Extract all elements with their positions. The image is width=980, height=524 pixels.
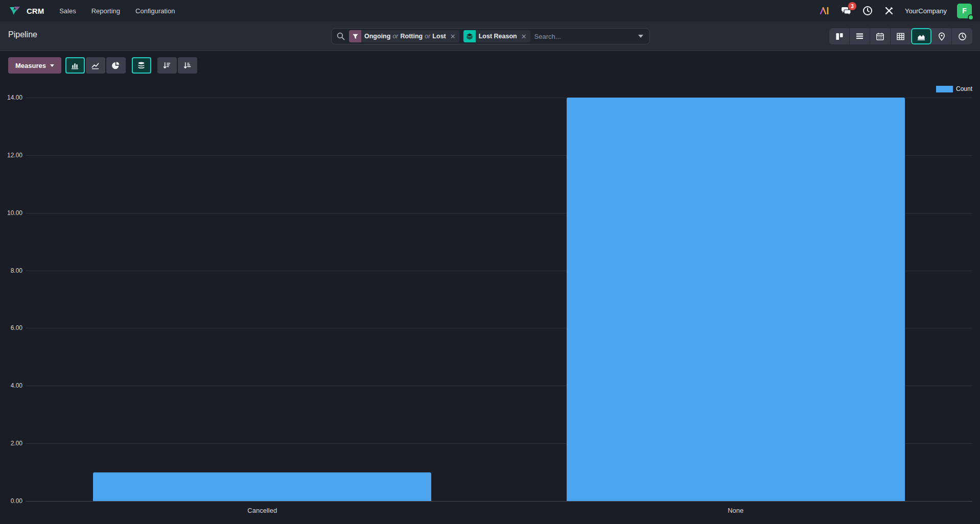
legend-swatch [936, 86, 953, 92]
view-activity-button[interactable] [952, 28, 972, 44]
y-axis-tick-label: 0.00 [0, 497, 22, 505]
view-pivot-button[interactable] [891, 28, 911, 44]
groupby-facet-label: Lost Reason [476, 33, 520, 40]
y-axis-tick-label: 8.00 [0, 267, 22, 274]
bar-cancelled[interactable] [93, 472, 431, 501]
bar-chart-icon [71, 61, 79, 70]
top-navbar: CRM Sales Reporting Configuration 3 [0, 0, 980, 21]
y-axis-tick-label: 4.00 [0, 382, 22, 389]
user-avatar[interactable]: F [957, 4, 972, 18]
y-axis-tick-label: 12.00 [0, 152, 22, 159]
sort-descending-button[interactable] [157, 57, 177, 74]
graph-toolbar: Measures [8, 57, 197, 74]
filter-facet-label: Ongoing or Rotting or Lost [361, 33, 449, 40]
search-input[interactable] [534, 33, 632, 40]
filter-facet-close-icon[interactable]: ✕ [449, 33, 459, 40]
pivot-icon [896, 32, 905, 41]
ai-assistant-icon[interactable] [819, 5, 830, 16]
menu-sales[interactable]: Sales [59, 7, 76, 15]
view-graph-button[interactable] [911, 28, 931, 44]
filter-facet: Ongoing or Rotting or Lost ✕ [349, 30, 459, 42]
filter-value-lost: Lost [432, 33, 446, 40]
activities-clock-icon[interactable] [862, 5, 873, 16]
legend-label: Count [956, 85, 972, 92]
menu-configuration[interactable]: Configuration [135, 7, 175, 15]
view-list-button[interactable] [850, 28, 870, 44]
menu-reporting[interactable]: Reporting [91, 7, 120, 15]
stacked-database-icon [137, 61, 146, 70]
graph-icon [917, 32, 926, 41]
view-map-button[interactable] [931, 28, 952, 44]
line-chart-button[interactable] [86, 57, 105, 74]
control-panel: Pipeline Ongoing or Rotting or Lost [0, 21, 980, 51]
measures-button[interactable]: Measures [8, 57, 61, 74]
x-axis-tick-label: Cancelled [206, 507, 318, 514]
filter-funnel-icon [349, 30, 361, 42]
pie-chart-button[interactable] [106, 57, 126, 74]
activity-clock-icon [958, 32, 967, 41]
x-axis-tick-label: None [680, 507, 792, 514]
groupby-layers-icon [463, 30, 476, 42]
message-count-badge: 3 [848, 2, 856, 10]
view-switcher [829, 28, 972, 44]
tools-icon[interactable] [883, 5, 895, 16]
measures-caret-icon [50, 64, 54, 67]
y-axis-tick-label: 2.00 [0, 440, 22, 447]
search-icon [337, 32, 345, 40]
groupby-value: Lost Reason [479, 33, 517, 40]
view-kanban-button[interactable] [829, 28, 850, 44]
page-title: Pipeline [8, 30, 37, 39]
avatar-initial: F [962, 7, 967, 15]
filter-value-rotting: Rotting [401, 33, 423, 40]
messages-icon[interactable]: 3 [841, 5, 852, 16]
systray: 3 YourCompany F [819, 4, 972, 18]
app-switcher[interactable]: CRM [8, 5, 44, 16]
company-name[interactable]: YourCompany [905, 7, 947, 15]
crm-app-logo-icon [8, 5, 21, 16]
y-axis-tick-label: 10.00 [0, 209, 22, 217]
stacked-toggle-button[interactable] [132, 57, 151, 74]
bar-chart: 0.002.004.006.008.0010.0012.0014.00Cance… [0, 0, 980, 524]
chart-type-group [65, 57, 126, 74]
measures-label: Measures [15, 62, 46, 69]
line-chart-icon [91, 61, 100, 70]
app-name[interactable]: CRM [27, 7, 44, 15]
navbar-menus: Sales Reporting Configuration [59, 7, 175, 15]
list-icon [855, 32, 864, 41]
y-axis-tick-label: 14.00 [0, 94, 22, 101]
view-calendar-button[interactable] [870, 28, 891, 44]
groupby-facet-close-icon[interactable]: ✕ [520, 33, 530, 40]
kanban-icon [835, 32, 844, 41]
y-axis-tick-label: 6.00 [0, 324, 22, 331]
bar-none[interactable] [567, 98, 905, 501]
online-status-dot [968, 14, 974, 20]
bar-chart-button[interactable] [65, 57, 85, 74]
sort-desc-icon [162, 61, 171, 70]
calendar-icon [876, 32, 884, 41]
filter-joiner: or [425, 33, 430, 40]
sort-asc-icon [183, 61, 192, 70]
chart-legend[interactable]: Count [936, 85, 972, 92]
gridline [26, 501, 972, 502]
crm-pipeline-graph-screen: CRM Sales Reporting Configuration 3 [0, 0, 980, 524]
map-pin-icon [938, 32, 946, 41]
groupby-facet: Lost Reason ✕ [463, 30, 530, 42]
sort-ascending-button[interactable] [178, 57, 197, 74]
pie-chart-icon [111, 61, 120, 70]
filter-value-ongoing: Ongoing [364, 33, 390, 40]
filter-joiner: or [392, 33, 398, 40]
sort-group [157, 57, 197, 74]
search-dropdown-caret-icon[interactable] [638, 35, 643, 38]
search-bar[interactable]: Ongoing or Rotting or Lost ✕ L [331, 28, 650, 44]
